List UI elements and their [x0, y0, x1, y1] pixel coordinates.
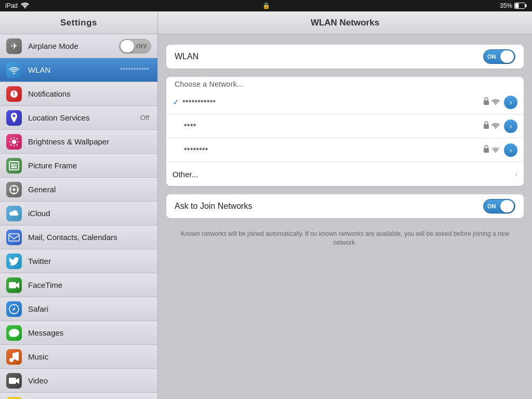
network-name-2: **** [172, 122, 483, 130]
sidebar-item-safari[interactable]: Safari [0, 297, 157, 321]
sidebar-item-mail[interactable]: Mail, Contacts, Calendars [0, 225, 157, 249]
network-row-2[interactable]: **** [166, 114, 524, 138]
ask-join-row: Ask to Join Networks [166, 194, 524, 218]
wifi-icon-1 [491, 98, 500, 107]
sidebar-item-location[interactable]: Location Services Off [0, 106, 157, 130]
ask-join-toggle[interactable] [483, 199, 515, 214]
network-row-1[interactable]: ✓ *********** [166, 90, 524, 114]
sidebar-title: Settings [0, 11, 157, 34]
network-icons-1 [483, 97, 500, 107]
network-name-3: ******** [172, 145, 483, 154]
sidebar-item-wlan[interactable]: WLAN *********** [0, 58, 157, 82]
info-text: Known networks will be joined automatica… [166, 227, 524, 254]
sidebar-item-notifications[interactable]: Notifications [0, 82, 157, 106]
svg-rect-22 [9, 234, 19, 241]
network-detail-btn-1[interactable]: › [504, 96, 517, 109]
svg-point-45 [495, 151, 496, 152]
twitter-icon [6, 254, 22, 269]
general-label: General [28, 185, 151, 194]
airplane-label: Airplane Mode [28, 42, 119, 50]
sidebar: Settings ✈ Airplane Mode WLAN **********… [0, 11, 158, 399]
battery-percent: 35% [500, 2, 512, 9]
svg-line-14 [17, 144, 18, 145]
messages-icon [6, 325, 22, 341]
location-label: Location Services [28, 113, 140, 122]
svg-rect-2 [525, 4, 527, 7]
right-panel-title: WLAN Networks [158, 11, 532, 34]
sidebar-item-messages[interactable]: Messages [0, 321, 157, 345]
device-name: iPad [5, 2, 18, 9]
wlan-label: WLAN [28, 65, 120, 74]
wifi-icon-3 [491, 145, 500, 155]
choose-network-title: Choose a Network... [166, 77, 524, 90]
video-label: Video [28, 376, 151, 385]
pictureframe-icon [6, 158, 22, 174]
status-left: iPad [5, 2, 29, 10]
lock-icon-1 [483, 97, 489, 107]
location-value: Off [140, 114, 149, 122]
safari-icon [6, 301, 22, 317]
svg-point-19 [12, 164, 14, 165]
other-row[interactable]: Other... › [166, 162, 524, 186]
wlan-toggle-card: WLAN [166, 45, 524, 69]
icloud-label: iCloud [28, 209, 151, 218]
wlan-card-label: WLAN [175, 52, 483, 61]
right-panel: WLAN Networks WLAN Choose a Network... ✓… [158, 11, 532, 399]
wlan-row: WLAN [166, 45, 524, 69]
sidebar-item-pictureframe[interactable]: Picture Frame [0, 154, 157, 178]
general-icon [6, 182, 22, 197]
mail-label: Mail, Contacts, Calendars [28, 233, 151, 242]
safari-label: Safari [28, 304, 151, 313]
brightness-label: Brightness & Wallpaper [28, 137, 151, 146]
network-detail-btn-3[interactable]: › [504, 143, 517, 157]
svg-rect-6 [14, 91, 15, 95]
sidebar-item-music[interactable]: Music [0, 345, 157, 369]
svg-rect-7 [14, 95, 15, 96]
sidebar-item-brightness[interactable]: Brightness & Wallpaper [0, 130, 157, 154]
status-right: 35% [500, 2, 527, 9]
wlan-value: *********** [120, 66, 149, 74]
mail-icon [6, 230, 22, 245]
main-container: Settings ✈ Airplane Mode WLAN **********… [0, 11, 532, 399]
svg-point-21 [13, 188, 16, 191]
wlan-toggle[interactable] [483, 49, 515, 64]
video-icon [6, 373, 22, 389]
status-wifi-icon [21, 2, 29, 10]
lock-icon-2 [483, 121, 489, 131]
photos-icon [6, 397, 22, 400]
sidebar-item-facetime[interactable]: FaceTime [0, 273, 157, 297]
ask-join-card: Ask to Join Networks [166, 194, 524, 218]
svg-point-8 [12, 140, 16, 144]
status-bar: iPad 🔒 35% [0, 0, 532, 11]
svg-rect-30 [9, 378, 16, 384]
wlan-icon [6, 62, 22, 78]
svg-line-15 [17, 138, 18, 140]
sidebar-item-photos[interactable]: Photos [0, 393, 157, 399]
sidebar-item-airplane[interactable]: ✈ Airplane Mode [0, 34, 157, 58]
network-icons-2 [483, 121, 500, 131]
airplane-toggle[interactable] [119, 39, 151, 54]
sidebar-item-video[interactable]: Video [0, 369, 157, 393]
svg-point-0 [24, 7, 25, 8]
sidebar-item-icloud[interactable]: iCloud [0, 202, 157, 225]
network-detail-btn-2[interactable]: › [504, 119, 517, 133]
svg-rect-23 [9, 282, 16, 288]
svg-point-28 [9, 358, 14, 362]
svg-rect-3 [515, 4, 519, 8]
network-icons-3 [483, 145, 500, 155]
lock-icon-3 [483, 145, 489, 155]
network-row-3[interactable]: ******** [166, 138, 524, 162]
svg-point-41 [495, 103, 496, 104]
pictureframe-label: Picture Frame [28, 161, 151, 170]
sidebar-item-twitter[interactable]: Twitter [0, 249, 157, 273]
network-name-1: *********** [182, 98, 483, 107]
svg-rect-40 [484, 100, 489, 105]
notifications-icon [6, 86, 22, 102]
other-label: Other... [172, 170, 515, 179]
svg-line-16 [10, 144, 12, 145]
sidebar-item-general[interactable]: General [0, 178, 157, 202]
icloud-icon [6, 206, 22, 221]
facetime-icon [6, 277, 22, 293]
svg-line-13 [10, 138, 12, 140]
right-content: WLAN Choose a Network... ✓ *********** [158, 34, 532, 264]
